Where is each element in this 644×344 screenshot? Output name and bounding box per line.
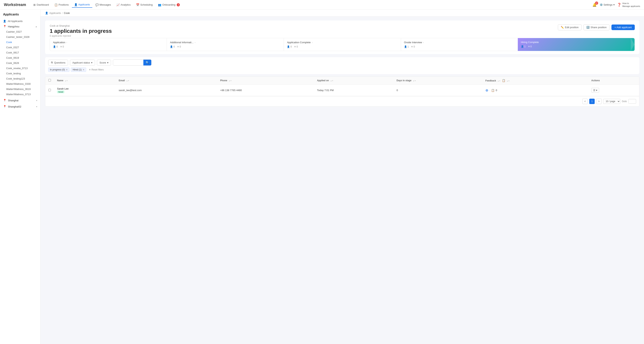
sidebar-item-cashier-tester0328[interactable]: Cashier_tester_0328 (6, 34, 40, 40)
stage-arrow-icon: › (66, 41, 67, 44)
stage-application[interactable]: Application › 👤 0 ✕ 0 (50, 38, 167, 51)
header-actions: ✏️ Edit position ⬆️ Share position + Add… (558, 24, 635, 30)
sidebar-all-applicants[interactable]: 👤 All Applicants (0, 19, 40, 24)
nav-right: 🔔 47 ⚙️ Settings ▾ ❓ How toManage applic… (592, 2, 640, 8)
col-email-sort-icon[interactable]: ▲▼ (126, 80, 129, 82)
notifications-button[interactable]: 🔔 47 (592, 2, 597, 8)
col-name-sort-icon[interactable]: ▲▼ (65, 80, 68, 82)
notifications-badge: 47 (595, 2, 598, 5)
person-icon: 👤 (3, 20, 6, 23)
menu-lines-icon: ☰ (593, 89, 596, 92)
edit-icon: ✏️ (561, 26, 564, 29)
score-filter[interactable]: Score ▾ (97, 60, 111, 66)
sidebar-item-waiter0713[interactable]: Waiter/Waitress_0713 (6, 92, 40, 97)
col-feedback-sort-icon[interactable]: ▲▼ (498, 80, 501, 82)
stage-additional-info[interactable]: Additional Informati... › 👤 0 ✕ 0 (167, 38, 284, 51)
pagination-prev-button[interactable]: < (582, 99, 588, 104)
per-page-select[interactable]: 10 / page 20 / page 50 / page (603, 99, 620, 104)
share-position-button[interactable]: ⬆️ Share position (584, 24, 610, 30)
sidebar-item-waiter0330[interactable]: Waiter/Waitress_0330 (6, 81, 40, 86)
sidebar-item-cook0617[interactable]: Cook_0617 (6, 50, 40, 55)
messages-icon: 💬 (96, 3, 99, 6)
sidebar-group-shanghai: 📍 Shanghai ▾ (0, 98, 40, 103)
hangzhou-sub-items: Cashier_0327 Cashier_tester_0328 Cook Co… (0, 29, 40, 97)
col-phone: Phone ▲▼ (217, 77, 314, 85)
help-circle-icon: ❓ (617, 3, 621, 7)
sidebar-item-cook0327[interactable]: Cook_0327 (6, 45, 40, 50)
nav-scheduling[interactable]: 📅 Scheduling (134, 2, 155, 8)
feedback-extra-icon: 📋 (502, 79, 505, 82)
select-all-checkbox[interactable] (48, 79, 51, 81)
breadcrumb-applicants[interactable]: Applicants (49, 12, 61, 15)
nav-onboarding-label: Onboarding (162, 3, 175, 6)
col-actions: Actions (588, 77, 639, 85)
reject-icon-2: ✕ (177, 45, 179, 48)
table-row: Sarah Lee hired sarah_lee@test.com +86 1… (45, 85, 639, 96)
location-icon-2: 📍 (3, 99, 6, 102)
col-name: Name ▲▼ (54, 77, 116, 85)
filter-tag-hired[interactable]: Hired (1) ✕ (71, 68, 86, 72)
sidebar-group-shanghai-header[interactable]: 📍 Shanghai ▾ (0, 98, 40, 103)
filter-tag-in-progress[interactable]: In progress (0) ✕ (48, 68, 69, 72)
settings-button[interactable]: ⚙️ Settings ▾ (600, 3, 615, 6)
reset-filters-button[interactable]: ✕ Reset filters (88, 68, 105, 72)
nav-messages[interactable]: 💬 Messages (93, 2, 113, 8)
add-applicant-button[interactable]: + Add applicant (612, 25, 635, 30)
sidebar-item-cook-review0713[interactable]: Cook_reveiw_0713 (6, 66, 40, 71)
col-days-sort-icon[interactable]: ▲▼ (413, 80, 416, 82)
nav-onboarding[interactable]: 👥 Onboarding 3 (156, 2, 182, 8)
pagination-next-button[interactable]: > (596, 99, 602, 104)
nav-applicants[interactable]: 👤 Applicants (72, 2, 92, 8)
top-navigation: Workstream ⊞ Dashboard 📋 Positions 👤 App… (0, 0, 644, 10)
applicants-icon: 👤 (74, 3, 78, 6)
stage-arrow-icon-3: › (312, 41, 312, 44)
sidebar-item-cook[interactable]: Cook (6, 40, 40, 45)
sidebar-group-hangzhou-header[interactable]: 📍 Hangzhou ▲ (0, 24, 40, 29)
help-button[interactable]: ❓ How toManage applicants (617, 2, 640, 8)
sidebar-item-cashier0327[interactable]: Cashier_0327 (6, 29, 40, 34)
questions-filter-button[interactable]: ⚗ Questions (48, 60, 68, 66)
sidebar-item-cook-testing123[interactable]: Cook_testing123 (6, 76, 40, 81)
logo[interactable]: Workstream (4, 3, 26, 7)
pagination-page-1-button[interactable]: 1 (589, 99, 595, 104)
search-button[interactable]: 🔍 (143, 60, 151, 65)
nav-applicants-label: Applicants (78, 3, 90, 6)
nav-positions[interactable]: 📋 Positions (52, 2, 71, 8)
prev-icon: < (584, 100, 586, 103)
sidebar-group-shanghai02-header[interactable]: 📍 Shanghai02 ▾ (0, 104, 40, 109)
search-input[interactable] (113, 60, 143, 65)
feedback-extra-sort-icon[interactable]: ▲▼ (506, 80, 510, 82)
sidebar-item-cook0619[interactable]: Cook_0619 (6, 55, 40, 60)
col-phone-sort-icon[interactable]: ▲▼ (229, 80, 232, 82)
row-checkbox[interactable] (48, 89, 51, 91)
col-applied-on: Applied on ▲▼ (314, 77, 394, 85)
stage-application-complete[interactable]: Application Complete › 👤 0 ✕ 0 (284, 38, 400, 51)
person-count-icon-5: 👤 (521, 45, 524, 48)
applicant-status-filter[interactable]: Applicant status ▾ (70, 60, 95, 66)
col-applied-on-sort-icon[interactable]: ▲▼ (330, 80, 333, 82)
sidebar-group-shanghai02: 📍 Shanghai02 ▾ (0, 104, 40, 109)
nav-dashboard[interactable]: ⊞ Dashboard (31, 2, 51, 8)
main-content: 👤 Applicants / Cook Cook at Shanghai 1 a… (40, 10, 644, 344)
sidebar-item-cook0628[interactable]: Cook_0628 (6, 60, 40, 66)
applicant-days-in-stage: 0 (396, 89, 398, 92)
row-email-cell: sarah_lee@test.com (116, 85, 217, 96)
actions-menu-button[interactable]: ☰ ▾ (592, 88, 599, 93)
stage-hiring-rejected: 0 (530, 45, 532, 48)
feedback-add-icon[interactable]: ⊕ (486, 88, 488, 92)
reject-icon: ✕ (60, 45, 62, 48)
reset-filters-label: Reset filters (92, 68, 104, 71)
sidebar-item-waiter0619[interactable]: Waiter/Waitress_0619 (6, 86, 40, 92)
goto-label: Goto (622, 100, 627, 103)
filter-icon: ⚗ (51, 61, 53, 64)
breadcrumb-separator: / (62, 12, 63, 15)
stage-onsite-interview[interactable]: Onsite Interview › 👤 1 ✕ 0 (401, 38, 518, 51)
applicant-name[interactable]: Sarah Lee (57, 87, 112, 90)
stage-hiring-complete[interactable]: Hiring Complete 👤 1 ✕ 0 (518, 38, 635, 51)
nav-analytics[interactable]: 📈 Analytics (114, 2, 133, 8)
questions-filter-label: Questions (54, 61, 66, 64)
goto-page-input[interactable] (628, 99, 636, 104)
sidebar-item-cook-testing[interactable]: Cook_testing (6, 71, 40, 76)
edit-position-button[interactable]: ✏️ Edit position (558, 24, 582, 30)
reject-icon-3: ✕ (294, 45, 296, 48)
